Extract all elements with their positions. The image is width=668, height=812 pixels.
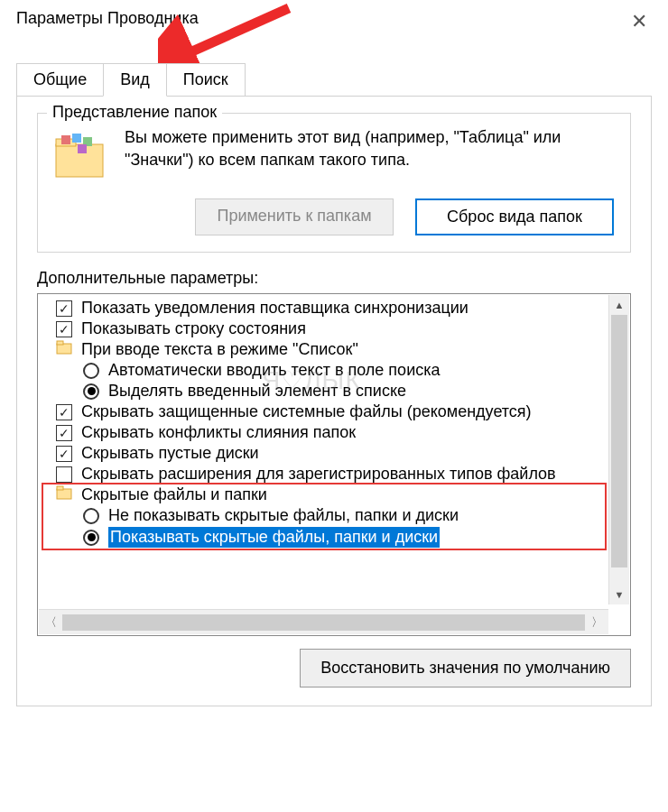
tab-search[interactable]: Поиск (166, 63, 246, 97)
reset-folders-button[interactable]: Сброс вида папок (415, 198, 614, 235)
checkbox-icon[interactable] (56, 404, 72, 420)
tree-item[interactable]: Автоматически вводить текст в поле поиск… (38, 360, 630, 381)
tree-item-label: Показывать скрытые файлы, папки и диски (108, 527, 440, 548)
restore-defaults-button[interactable]: Восстановить значения по умолчанию (300, 649, 631, 687)
advanced-settings-tree[interactable]: Показать уведомления поставщика синхрони… (37, 293, 631, 636)
tab-view[interactable]: Вид (103, 63, 167, 97)
tree-item[interactable]: Скрывать защищенные системные файлы (рек… (38, 401, 630, 422)
tab-general[interactable]: Общие (16, 63, 104, 97)
apply-to-folders-button: Применить к папкам (195, 198, 394, 235)
folder-views-legend: Представление папок (47, 103, 222, 122)
folder-icon (54, 132, 108, 186)
svg-rect-11 (57, 486, 63, 490)
tab-panel-view: Представление папок Вы можете применить … (16, 96, 652, 706)
scroll-down-arrow[interactable]: ▼ (609, 585, 629, 604)
tree-item[interactable]: Скрытые файлы и папки (38, 484, 630, 505)
tree-item-label: Показывать строку состояния (81, 319, 306, 338)
tree-item[interactable]: Скрывать пустые диски (38, 443, 630, 464)
checkbox-icon[interactable] (56, 425, 72, 441)
tree-item-label: Показать уведомления поставщика синхрони… (81, 299, 469, 318)
tree-item-label: Скрывать конфликты слияния папок (81, 423, 356, 442)
folder-views-group: Представление папок Вы можете применить … (37, 113, 631, 253)
scroll-right-arrow[interactable]: 〉 (585, 610, 608, 634)
tree-item[interactable]: Скрывать конфликты слияния папок (38, 422, 630, 443)
folder-icon (56, 485, 81, 504)
tree-item-label: Скрывать расширения для зарегистрированн… (81, 465, 556, 484)
tree-item-label: Не показывать скрытые файлы, папки и дис… (108, 506, 459, 525)
scroll-left-arrow[interactable]: 〈 (39, 610, 62, 634)
svg-rect-4 (61, 135, 70, 144)
advanced-settings-label: Дополнительные параметры: (37, 269, 631, 288)
scroll-up-arrow[interactable]: ▲ (609, 295, 629, 315)
tree-item[interactable]: Показывать скрытые файлы, папки и диски (38, 526, 630, 549)
checkbox-icon[interactable] (56, 446, 72, 462)
checkbox-icon[interactable] (56, 466, 72, 483)
tree-item[interactable]: Не показывать скрытые файлы, папки и дис… (38, 505, 630, 526)
svg-rect-9 (57, 341, 63, 345)
window-title: Параметры Проводника (16, 9, 199, 28)
svg-rect-5 (72, 134, 81, 143)
close-button[interactable]: ✕ (626, 9, 652, 34)
folder-views-description: Вы можете применить этот вид (например, … (125, 126, 614, 171)
tree-item-label: Скрытые файлы и папки (81, 485, 267, 504)
tree-item[interactable]: Показывать строку состояния (38, 318, 630, 339)
tree-item-label: Скрывать защищенные системные файлы (рек… (81, 402, 532, 421)
svg-rect-10 (57, 489, 71, 499)
tree-item-label: При вводе текста в режиме "Список" (81, 340, 358, 359)
tree-item-label: Выделять введенный элемент в списке (108, 382, 406, 401)
tree-item-label: Скрывать пустые диски (81, 444, 259, 463)
checkbox-icon[interactable] (56, 321, 72, 337)
scroll-thumb[interactable] (611, 315, 627, 567)
horizontal-scrollbar[interactable]: 〈 〉 (39, 609, 608, 634)
radio-icon[interactable] (83, 508, 99, 524)
tree-item[interactable]: Выделять введенный элемент в списке (38, 381, 630, 401)
radio-icon[interactable] (83, 383, 99, 400)
radio-icon[interactable] (83, 363, 99, 379)
tree-item[interactable]: Скрывать расширения для зарегистрированн… (38, 464, 630, 484)
radio-icon[interactable] (83, 530, 99, 546)
folder-icon (56, 340, 81, 359)
vertical-scrollbar[interactable]: ▲ ▼ (608, 295, 629, 604)
tree-item-label: Автоматически вводить текст в поле поиск… (108, 361, 440, 380)
checkbox-icon[interactable] (56, 300, 72, 317)
svg-rect-8 (57, 344, 71, 354)
svg-rect-7 (78, 144, 87, 153)
hscroll-thumb[interactable] (62, 614, 585, 631)
tree-item[interactable]: Показать уведомления поставщика синхрони… (38, 298, 630, 318)
tree-item[interactable]: При вводе текста в режиме "Список" (38, 339, 630, 360)
